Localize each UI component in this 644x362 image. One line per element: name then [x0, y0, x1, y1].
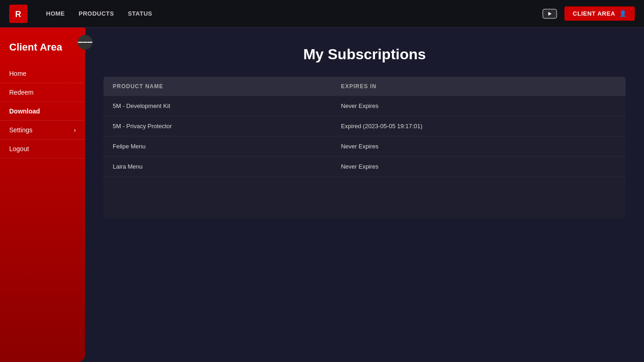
table-row-empty	[104, 177, 626, 218]
nav-links: HOME PRODUCTS STATUS	[46, 10, 542, 17]
sidebar-item-logout[interactable]: Logout	[0, 140, 85, 158]
logo[interactable]: R	[9, 5, 28, 23]
navbar: R HOME PRODUCTS STATUS CLIENT AREA 👤	[0, 0, 644, 28]
nav-right: CLIENT AREA 👤	[542, 6, 635, 21]
expires-cell: Expired (2023-05-05 19:17:01)	[332, 116, 626, 136]
product-name-cell: 5M - Development Kit	[104, 96, 332, 116]
client-area-label: CLIENT AREA	[573, 10, 615, 17]
logo-box: R	[9, 5, 28, 23]
sidebar-toggle[interactable]	[78, 35, 92, 50]
sidebar-item-settings[interactable]: Settings ›	[0, 121, 85, 140]
user-icon: 👤	[619, 10, 627, 17]
table-row[interactable]: 5M - Development Kit Never Expires	[104, 96, 626, 116]
sidebar: Client Area Home Redeem Download Setting…	[0, 28, 85, 362]
product-name-cell: Felipe Menu	[104, 136, 332, 157]
sidebar-menu: Home Redeem Download Settings › Logout	[0, 64, 85, 158]
product-name-cell: 5M - Privacy Protector	[104, 116, 332, 136]
layout: Client Area Home Redeem Download Setting…	[0, 28, 644, 362]
table-body: 5M - Development Kit Never Expires 5M - …	[104, 96, 626, 218]
sidebar-item-download[interactable]: Download	[0, 102, 85, 121]
table-row[interactable]: 5M - Privacy Protector Expired (2023-05-…	[104, 116, 626, 136]
logo-icon: R	[12, 7, 25, 20]
product-name-cell: Laira Menu	[104, 157, 332, 177]
main-content: My Subscriptions PRODUCT NAME EXPIRES IN…	[85, 28, 644, 362]
col-expires-in: EXPIRES IN	[332, 77, 626, 96]
nav-products[interactable]: PRODUCTS	[79, 10, 114, 17]
subscriptions-table: PRODUCT NAME EXPIRES IN 5M - Development…	[104, 77, 626, 218]
youtube-icon[interactable]	[542, 9, 557, 19]
table-row[interactable]: Felipe Menu Never Expires	[104, 136, 626, 157]
table-header: PRODUCT NAME EXPIRES IN	[104, 77, 626, 96]
sidebar-title: Client Area	[0, 37, 85, 64]
svg-text:R: R	[15, 10, 21, 19]
sidebar-item-home[interactable]: Home	[0, 64, 85, 83]
client-area-button[interactable]: CLIENT AREA 👤	[564, 6, 635, 21]
expires-cell: Never Expires	[332, 136, 626, 157]
nav-status[interactable]: STATUS	[128, 10, 152, 17]
nav-home[interactable]: HOME	[46, 10, 65, 17]
chevron-down-icon: ›	[74, 126, 76, 134]
page-title: My Subscriptions	[104, 46, 626, 63]
sidebar-item-redeem[interactable]: Redeem	[0, 83, 85, 102]
table-row[interactable]: Laira Menu Never Expires	[104, 157, 626, 177]
col-product-name: PRODUCT NAME	[104, 77, 332, 96]
expires-cell: Never Expires	[332, 96, 626, 116]
expires-cell: Never Expires	[332, 157, 626, 177]
